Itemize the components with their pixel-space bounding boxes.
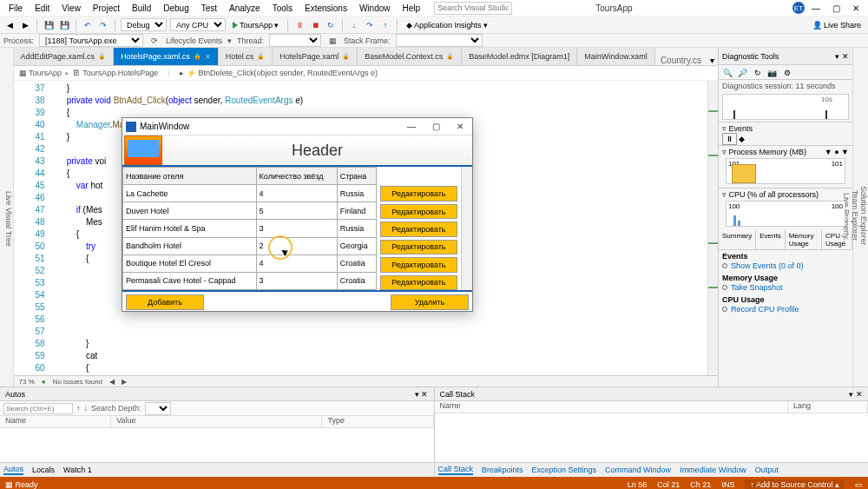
cell[interactable]: Bandholm Hotel (123, 237, 257, 254)
tab-mainwindow-xaml[interactable]: MainWindow.xaml (577, 48, 655, 65)
col-name[interactable]: Name (0, 416, 111, 427)
right-toolwindow-rail[interactable]: Solution Explorer Team Explorer Live Pro… (852, 48, 868, 387)
menu-edit[interactable]: Edit (30, 2, 55, 15)
cell[interactable]: La Cachette (123, 185, 257, 202)
close-icon[interactable]: ✕ (451, 122, 469, 131)
window-minimize-icon[interactable]: — (806, 3, 825, 13)
config-select[interactable]: Debug (121, 18, 167, 31)
edit-button[interactable]: Редактировать (380, 240, 458, 254)
tab-immediate[interactable]: Immediate Window (680, 466, 746, 474)
tab-hotelspage-cs[interactable]: HotelsPage.xaml.cs🔒✕ (114, 48, 219, 65)
table-row[interactable]: Elif Hanim Hotel & Spa3Russia (123, 220, 377, 237)
window-close-icon[interactable]: ✕ (847, 3, 865, 13)
status-ch[interactable]: Ch 21 (690, 480, 711, 489)
menu-extensions[interactable]: Extensions (299, 2, 352, 15)
edit-button[interactable]: Редактировать (380, 204, 458, 219)
tab-locals[interactable]: Locals (32, 466, 55, 474)
window-restore-icon[interactable]: ▢ (827, 3, 845, 13)
cell[interactable]: 3 (256, 220, 337, 237)
maximize-icon[interactable]: ▢ (427, 122, 444, 131)
tabs-dropdown-icon[interactable]: ▾ (707, 56, 718, 65)
search-up-icon[interactable]: ↑ (76, 404, 81, 413)
redo-icon[interactable]: ↷ (97, 19, 109, 31)
undo-icon[interactable]: ↶ (82, 19, 94, 31)
save-all-icon[interactable]: 💾 (58, 19, 70, 31)
tab-addeditpage[interactable]: AddEditPage.xaml.cs🔒 (14, 48, 115, 65)
col-hotel-name[interactable]: Название отеля (123, 168, 257, 185)
platform-select[interactable]: Any CPU (170, 18, 226, 31)
step-out-icon[interactable]: ↑ (379, 19, 391, 31)
col-name[interactable]: Name (435, 401, 789, 413)
thread-icon[interactable]: ▦ (326, 35, 339, 47)
notifications-icon[interactable]: ▭ (855, 480, 863, 489)
zoom-pct[interactable]: 73 % (19, 378, 35, 386)
cell[interactable]: Croatia (337, 272, 376, 289)
tab-command[interactable]: Command Window (605, 466, 671, 474)
depth-select[interactable] (145, 402, 171, 415)
cell[interactable]: Permasali Cave Hotel - Cappad (123, 272, 257, 289)
status-col[interactable]: Col 21 (657, 480, 680, 489)
diag-cpu-graph[interactable]: 100100 (726, 201, 845, 227)
menu-debug[interactable]: Debug (158, 2, 194, 15)
tab-callstack[interactable]: Call Stack (438, 465, 474, 475)
crumb-method[interactable]: ▸ ⚡ BtnDelete_Click(object sender, Route… (168, 69, 713, 77)
tab-basemodel-context[interactable]: BaseModel.Context.cs🔒 (358, 48, 462, 65)
grid-scrollbar[interactable] (461, 167, 472, 290)
col-lang[interactable]: Lang (788, 401, 868, 413)
cell[interactable]: 4 (256, 254, 337, 272)
callstack-grid[interactable] (435, 413, 869, 462)
delete-button[interactable]: Удалить (391, 294, 469, 310)
crumb-class[interactable]: 🖹 ToursApp.HotelsPage (73, 69, 158, 77)
tab-output[interactable]: Output (755, 466, 779, 474)
cell[interactable]: Russia (337, 220, 376, 237)
cell[interactable]: Finland (337, 202, 376, 220)
diag-tab-memory[interactable]: Memory Usage (786, 230, 822, 249)
quick-launch-input[interactable] (434, 2, 512, 15)
hotels-grid[interactable]: Название отеля Количество звёзд Страна L… (122, 167, 377, 290)
col-stars[interactable]: Количество звёзд (256, 168, 337, 185)
menu-help[interactable]: Help (397, 2, 425, 15)
diag-reset-icon[interactable]: ↻ (752, 67, 764, 79)
stop-icon[interactable]: ⏹ (309, 19, 321, 31)
search-down-icon[interactable]: ↓ (84, 404, 89, 413)
menu-tools[interactable]: Tools (267, 2, 298, 15)
diag-mem-graph[interactable]: 101101 (726, 158, 845, 184)
menu-window[interactable]: Window (354, 2, 396, 15)
cell[interactable]: 3 (256, 272, 337, 289)
step-into-icon[interactable]: ↓ (348, 19, 360, 31)
step-over-icon[interactable]: ↷ (364, 19, 376, 31)
cell[interactable]: Georgia (337, 237, 376, 254)
diag-settings-icon[interactable]: ⚙ (781, 67, 793, 79)
thread-select[interactable] (269, 34, 321, 47)
diag-tab-summary[interactable]: Summary (719, 230, 756, 249)
panel-close-icon[interactable]: ▾ ✕ (849, 390, 863, 399)
edit-button[interactable]: Редактировать (380, 275, 458, 290)
add-button[interactable]: Добавить (126, 294, 204, 310)
chevron-right-icon[interactable]: ▶ (122, 378, 127, 386)
cell[interactable]: Elif Hanim Hotel & Spa (123, 220, 257, 237)
cell[interactable]: Duven Hotel (123, 202, 257, 220)
process-select[interactable]: [1188] ToursApp.exe (39, 34, 143, 47)
cell[interactable]: Boutique Hotel El Cresol (123, 254, 257, 272)
tabs-overflow[interactable]: Country.cs (655, 56, 707, 65)
col-country[interactable]: Страна (337, 168, 376, 185)
tab-hotel-cs[interactable]: Hotel.cs🔒 (219, 48, 273, 65)
col-type[interactable]: Type (322, 416, 433, 427)
source-control-button[interactable]: ↑ Add to Source Control ▴ (745, 479, 845, 489)
col-value[interactable]: Value (111, 416, 322, 427)
menu-project[interactable]: Project (88, 2, 125, 15)
edit-button[interactable]: Редактировать (380, 257, 458, 272)
autos-grid[interactable] (0, 428, 434, 462)
table-row[interactable]: Bandholm Hotel2Georgia (123, 237, 377, 254)
status-ln[interactable]: Ln 56 (628, 480, 648, 489)
nav-back-icon[interactable]: ◀ (3, 19, 16, 31)
table-row[interactable]: Boutique Hotel El Cresol4Croatia (123, 254, 377, 272)
diag-timeline[interactable]: 10s (722, 94, 849, 120)
diag-cpu-link[interactable]: Record CPU Profile (722, 304, 849, 314)
table-row[interactable]: La Cachette4Russia (123, 185, 377, 202)
tab-exception[interactable]: Exception Settings (532, 466, 597, 474)
autos-search-input[interactable] (3, 403, 73, 414)
nav-fwd-icon[interactable]: ▶ (19, 19, 31, 31)
table-row[interactable]: Permasali Cave Hotel - Cappad3Croatia (123, 272, 377, 289)
minimize-icon[interactable]: — (403, 122, 420, 131)
